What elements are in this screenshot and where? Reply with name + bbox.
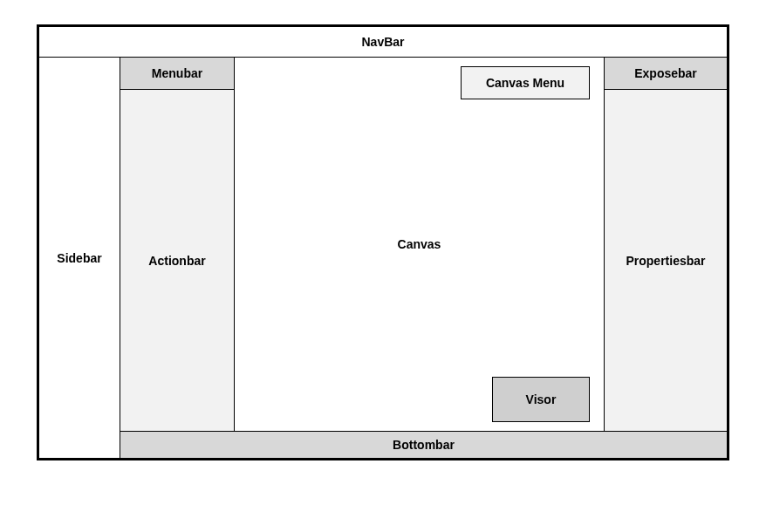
diagram-frame: NavBar Sidebar Menubar Actionbar xyxy=(0,0,766,532)
canvas-label: Canvas xyxy=(398,237,441,251)
exposebar-label: Exposebar xyxy=(634,66,697,80)
visor-label: Visor xyxy=(526,392,557,406)
actionbar-region: Actionbar xyxy=(120,90,234,431)
exposebar-region: Exposebar xyxy=(605,58,727,90)
canvas-region: Canvas Canvas Menu Visor xyxy=(235,58,604,431)
actionbar-label: Actionbar xyxy=(148,254,205,268)
canvas-menu-region: Canvas Menu xyxy=(461,66,590,99)
bottombar-region: Bottombar xyxy=(120,431,727,458)
main-region: Menubar Actionbar Canvas Canvas Menu Vis… xyxy=(120,58,727,458)
menubar-label: Menubar xyxy=(152,66,202,80)
navbar-label: NavBar xyxy=(361,35,404,49)
midrow-region: Menubar Actionbar Canvas Canvas Menu Vis… xyxy=(120,58,727,431)
propertiesbar-region: Propertiesbar xyxy=(605,90,727,431)
menubar-region: Menubar xyxy=(120,58,234,90)
sidebar-region: Sidebar xyxy=(39,58,120,458)
properties-column: Exposebar Propertiesbar xyxy=(604,58,727,431)
app-layout-diagram: NavBar Sidebar Menubar Actionbar xyxy=(37,24,729,460)
action-column: Menubar Actionbar xyxy=(120,58,235,431)
body-region: Sidebar Menubar Actionbar Canvas xyxy=(39,58,727,458)
sidebar-label: Sidebar xyxy=(57,251,101,265)
canvas-menu-label: Canvas Menu xyxy=(486,76,564,90)
propertiesbar-label: Propertiesbar xyxy=(626,254,705,268)
bottombar-label: Bottombar xyxy=(393,438,455,452)
navbar-region: NavBar xyxy=(39,27,727,58)
visor-region: Visor xyxy=(492,377,590,422)
